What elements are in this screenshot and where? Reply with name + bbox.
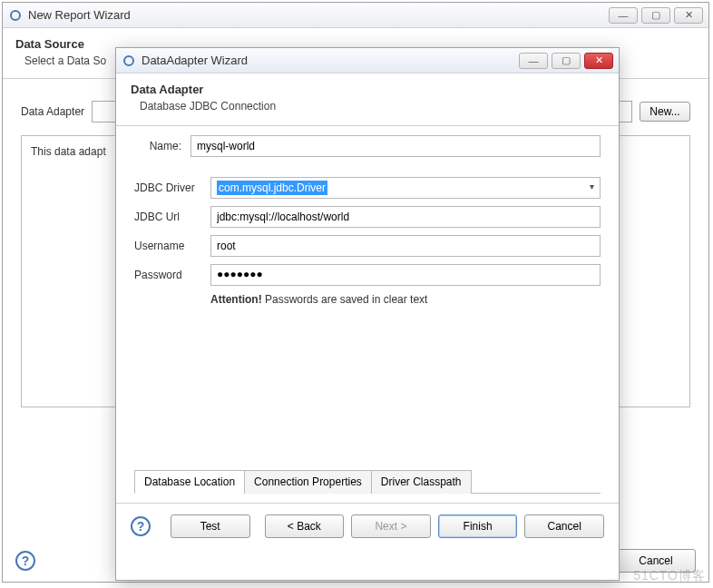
inner-heading-sub: Database JDBC Connection <box>140 100 604 113</box>
tab-strip: Database Location Connection Properties … <box>134 469 601 493</box>
data-adapter-wizard-window: DataAdapter Wizard — ▢ ✕ Data Adapter Da… <box>115 47 620 581</box>
username-input[interactable] <box>210 235 601 257</box>
inner-footer: ? Test < Back Next > Finish Cancel <box>116 503 619 549</box>
jdbc-url-input[interactable] <box>210 206 601 228</box>
back-button[interactable]: < Back <box>265 514 345 538</box>
outer-minimize-button[interactable]: — <box>609 7 638 24</box>
app-icon <box>8 8 23 23</box>
test-button[interactable]: Test <box>171 514 250 538</box>
outer-maximize-button[interactable]: ▢ <box>641 7 670 24</box>
inner-titlebar[interactable]: DataAdapter Wizard — ▢ ✕ <box>116 48 619 74</box>
adapter-hint: This data adapt <box>31 145 106 158</box>
next-button: Next > <box>351 514 431 538</box>
tab-connection-properties[interactable]: Connection Properties <box>244 470 372 494</box>
svg-point-1 <box>124 56 133 65</box>
finish-button[interactable]: Finish <box>438 514 518 538</box>
jdbc-driver-combo[interactable]: com.mysql.jdbc.Driver <box>210 177 601 199</box>
inner-close-button[interactable]: ✕ <box>584 53 613 69</box>
attention-text: Attention! Passwords are saved in clear … <box>210 293 601 306</box>
wizard-icon <box>122 54 136 68</box>
inner-maximize-button[interactable]: ▢ <box>552 53 581 69</box>
new-adapter-button[interactable]: New... <box>640 102 690 122</box>
password-input[interactable]: ●●●●●●● <box>210 264 601 286</box>
inner-heading: Data Adapter Database JDBC Connection <box>116 74 619 126</box>
tab-database-location[interactable]: Database Location <box>134 470 245 494</box>
outer-title: New Report Wizard <box>28 8 609 22</box>
username-label: Username <box>134 240 205 252</box>
jdbc-driver-label: JDBC Driver <box>134 181 205 194</box>
outer-titlebar[interactable]: New Report Wizard — ▢ ✕ <box>3 3 708 28</box>
inner-heading-title: Data Adapter <box>131 83 604 96</box>
help-icon[interactable]: ? <box>15 551 35 571</box>
jdbc-driver-value: com.mysql.jdbc.Driver <box>217 181 327 195</box>
svg-point-0 <box>11 11 20 20</box>
inner-help-icon[interactable]: ? <box>131 516 151 536</box>
password-label: Password <box>134 269 205 281</box>
jdbc-url-label: JDBC Url <box>134 211 205 223</box>
inner-cancel-button[interactable]: Cancel <box>524 514 604 538</box>
outer-cancel-button[interactable]: Cancel <box>616 549 696 573</box>
name-input[interactable] <box>190 135 601 157</box>
tab-driver-classpath[interactable]: Driver Classpath <box>371 470 472 494</box>
data-adapter-label: Data Adapter <box>21 105 84 118</box>
name-label: Name: <box>134 140 185 152</box>
inner-minimize-button[interactable]: — <box>519 53 548 69</box>
outer-close-button[interactable]: ✕ <box>674 7 703 24</box>
inner-title: DataAdapter Wizard <box>142 54 519 67</box>
